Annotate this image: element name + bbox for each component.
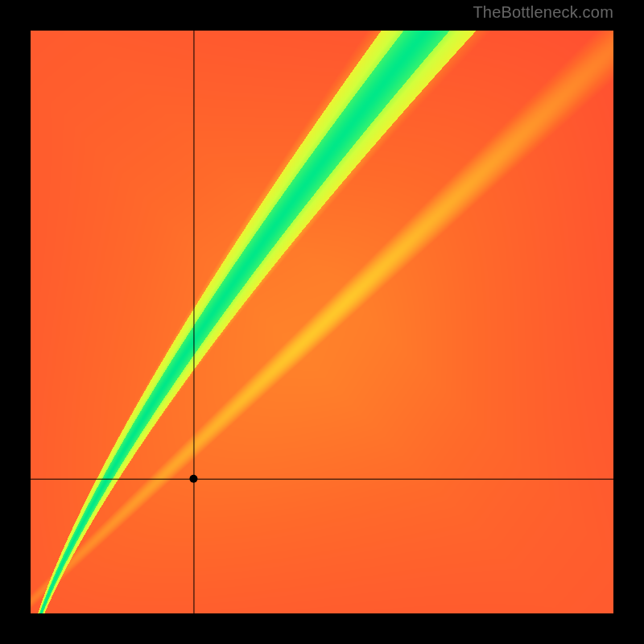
heatmap-canvas: [31, 31, 613, 613]
chart-container: TheBottleneck.com: [0, 0, 644, 644]
watermark-text: TheBottleneck.com: [473, 3, 613, 22]
plot-area: [31, 31, 613, 613]
